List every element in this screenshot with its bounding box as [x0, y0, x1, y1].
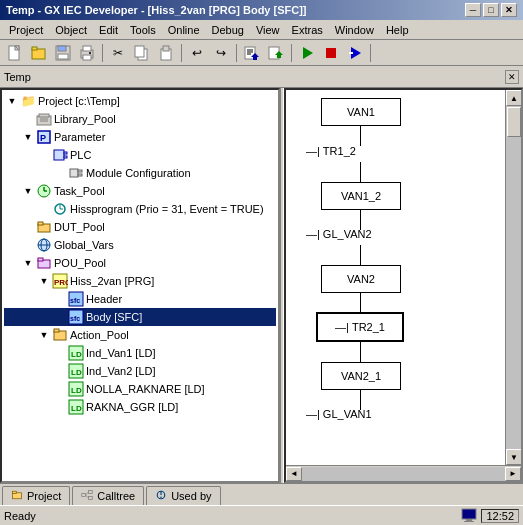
- print-button[interactable]: [76, 42, 98, 64]
- tree-item-global-vars[interactable]: Global_Vars: [4, 236, 276, 254]
- cut-button[interactable]: ✂: [107, 42, 129, 64]
- tree-item-ind-van1[interactable]: LD Ind_Van1 [LD]: [4, 344, 276, 362]
- toggle-hissprogram[interactable]: [36, 201, 52, 217]
- tree-item-header[interactable]: sfc Header: [4, 290, 276, 308]
- save-button[interactable]: [52, 42, 74, 64]
- scroll-track[interactable]: [506, 106, 521, 449]
- redo-button[interactable]: ↪: [210, 42, 232, 64]
- tree-item-module-config[interactable]: Module Configuration: [4, 164, 276, 182]
- scroll-thumb[interactable]: [507, 107, 521, 137]
- tree-item-hissprogram[interactable]: Hissprogram (Prio = 31, Event = TRUE): [4, 200, 276, 218]
- menu-help[interactable]: Help: [381, 23, 414, 37]
- toggle-body[interactable]: [52, 309, 68, 325]
- scroll-left-button[interactable]: ◄: [286, 467, 302, 481]
- menu-debug[interactable]: Debug: [207, 23, 249, 37]
- tab-used-by[interactable]: Used by: [146, 486, 220, 505]
- label-ind-van2: Ind_Van2 [LD]: [86, 365, 156, 377]
- tree-item-dut-pool[interactable]: DUT_Pool: [4, 218, 276, 236]
- toggle-hiss2van[interactable]: ▼: [36, 273, 52, 289]
- close-button[interactable]: ✕: [501, 3, 517, 17]
- tree-item-action-pool[interactable]: ▼ Action_Pool: [4, 326, 276, 344]
- sfc-step-tr2-1[interactable]: —| TR2_1: [316, 312, 404, 342]
- scroll-right-button[interactable]: ►: [505, 467, 521, 481]
- open-button[interactable]: [28, 42, 50, 64]
- label-body: Body [SFC]: [86, 311, 142, 323]
- toggle-global-vars[interactable]: [20, 237, 36, 253]
- toggle-library-pool[interactable]: [20, 111, 36, 127]
- svg-rect-38: [78, 174, 82, 176]
- copy-button[interactable]: [131, 42, 153, 64]
- sfc-step-van2[interactable]: VAN2: [321, 265, 401, 293]
- menu-object[interactable]: Object: [50, 23, 92, 37]
- svg-marker-23: [303, 47, 313, 59]
- tree-item-ind-van2[interactable]: LD Ind_Van2 [LD]: [4, 362, 276, 380]
- menu-project[interactable]: Project: [4, 23, 48, 37]
- sfc-diagram-area[interactable]: VAN1 —| TR1_2 VAN1_2: [286, 90, 505, 465]
- menu-window[interactable]: Window: [330, 23, 379, 37]
- svg-rect-4: [32, 47, 37, 50]
- toggle-plc[interactable]: [36, 147, 52, 163]
- toggle-header[interactable]: [52, 291, 68, 307]
- sfc-step-van2-1[interactable]: VAN2_1: [321, 362, 401, 390]
- maximize-button[interactable]: □: [483, 3, 499, 17]
- menu-view[interactable]: View: [251, 23, 285, 37]
- svg-rect-72: [89, 497, 93, 500]
- sfc-transition-gl-van2[interactable]: —| GL_VAN2: [306, 228, 372, 240]
- minimize-button[interactable]: ─: [465, 3, 481, 17]
- label-hiss2van: Hiss_2van [PRG]: [70, 275, 154, 287]
- build-button[interactable]: [265, 42, 287, 64]
- title-text: Temp - GX IEC Developer - [Hiss_2van [PR…: [6, 4, 307, 16]
- stop-button[interactable]: [320, 42, 342, 64]
- run-button[interactable]: [296, 42, 318, 64]
- debug-button[interactable]: [344, 42, 366, 64]
- tree-item-task-pool[interactable]: ▼ Task_Pool: [4, 182, 276, 200]
- svg-rect-15: [163, 46, 169, 51]
- tree-item-library-pool[interactable]: Library_Pool: [4, 110, 276, 128]
- svg-line-73: [86, 492, 89, 495]
- toggle-module-config[interactable]: [52, 165, 68, 181]
- toggle-ind-van1[interactable]: [52, 345, 68, 361]
- scroll-up-button[interactable]: ▲: [506, 90, 521, 106]
- toggle-ind-van2[interactable]: [52, 363, 68, 379]
- tree-item-plc[interactable]: PLC: [4, 146, 276, 164]
- toggle-task-pool[interactable]: ▼: [20, 183, 36, 199]
- menu-edit[interactable]: Edit: [94, 23, 123, 37]
- sfc-step-van1[interactable]: VAN1: [321, 98, 401, 126]
- paste-button[interactable]: [155, 42, 177, 64]
- tree-item-body[interactable]: sfc Body [SFC]: [4, 308, 276, 326]
- menu-online[interactable]: Online: [163, 23, 205, 37]
- sub-toolbar-close[interactable]: ✕: [505, 70, 519, 84]
- menu-tools[interactable]: Tools: [125, 23, 161, 37]
- tree-item-rakna-ggr[interactable]: LD RAKNA_GGR [LD]: [4, 398, 276, 416]
- svg-text:LD: LD: [71, 368, 82, 377]
- toggle-action-pool[interactable]: ▼: [36, 327, 52, 343]
- tree-item-nolla-raknare[interactable]: LD NOLLA_RAKNARE [LD]: [4, 380, 276, 398]
- tree-item-pou-pool[interactable]: ▼ POU_Pool: [4, 254, 276, 272]
- tab-calltree[interactable]: Calltree: [72, 486, 144, 505]
- toggle-rakna-ggr[interactable]: [52, 399, 68, 415]
- sfc-step-van1-2[interactable]: VAN1_2: [321, 182, 401, 210]
- undo-button[interactable]: ↩: [186, 42, 208, 64]
- svg-rect-13: [135, 46, 144, 57]
- status-time: 12:52: [481, 509, 519, 523]
- tab-project[interactable]: Project: [2, 486, 70, 505]
- scroll-down-button[interactable]: ▼: [506, 449, 521, 465]
- h-scroll-track[interactable]: [302, 467, 505, 481]
- compile-button[interactable]: [241, 42, 263, 64]
- sfc-transition-tr1-2[interactable]: —| TR1_2: [306, 145, 356, 157]
- label-module-config: Module Configuration: [86, 167, 191, 179]
- toggle-parameter[interactable]: ▼: [20, 129, 36, 145]
- svg-point-77: [160, 497, 162, 499]
- tree-item-project[interactable]: ▼ 📁 Project [c:\Temp]: [4, 92, 276, 110]
- new-button[interactable]: [4, 42, 26, 64]
- toggle-dut-pool[interactable]: [20, 219, 36, 235]
- icon-dut-pool: [36, 219, 52, 235]
- toggle-project[interactable]: ▼: [4, 93, 20, 109]
- tree-item-hiss2van[interactable]: ▼ PRG Hiss_2van [PRG]: [4, 272, 276, 290]
- menu-extras[interactable]: Extras: [287, 23, 328, 37]
- toggle-pou-pool[interactable]: ▼: [20, 255, 36, 271]
- sfc-transition-gl-van1[interactable]: —| GL_VAN1: [306, 408, 372, 420]
- toggle-nolla-raknare[interactable]: [52, 381, 68, 397]
- tree-item-parameter[interactable]: ▼ P Parameter: [4, 128, 276, 146]
- svg-text:PRG: PRG: [54, 278, 68, 287]
